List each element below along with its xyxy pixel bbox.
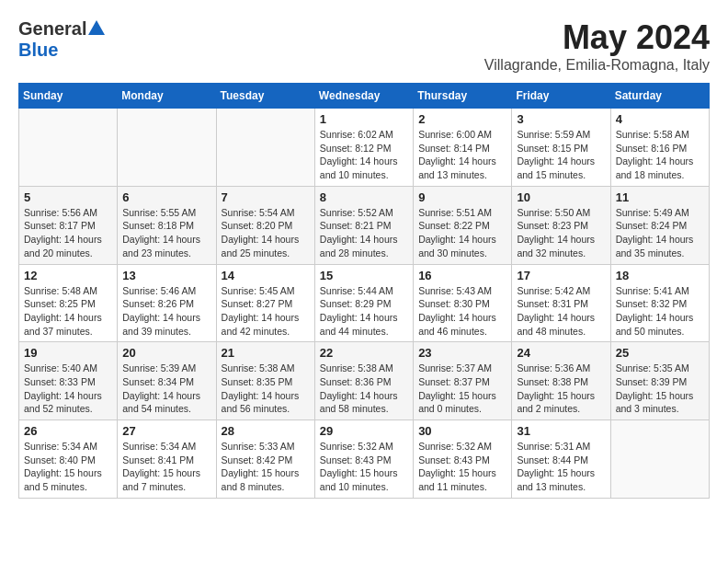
table-row: 13Sunrise: 5:46 AM Sunset: 8:26 PM Dayli… — [118, 264, 216, 342]
month-title: May 2024 — [484, 18, 710, 57]
day-number: 3 — [517, 112, 605, 126]
calendar-header: Sunday Monday Tuesday Wednesday Thursday… — [19, 84, 710, 109]
table-row: 22Sunrise: 5:38 AM Sunset: 8:36 PM Dayli… — [314, 342, 413, 420]
table-row: 30Sunrise: 5:32 AM Sunset: 8:43 PM Dayli… — [414, 420, 512, 499]
table-row: 6Sunrise: 5:55 AM Sunset: 8:18 PM Daylig… — [118, 186, 216, 264]
table-row: 3Sunrise: 5:59 AM Sunset: 8:15 PM Daylig… — [512, 109, 610, 187]
day-number: 28 — [222, 424, 310, 438]
day-number: 30 — [418, 424, 506, 438]
day-number: 21 — [222, 346, 310, 360]
day-number: 6 — [122, 190, 210, 204]
table-row: 5Sunrise: 5:56 AM Sunset: 8:17 PM Daylig… — [19, 186, 118, 264]
day-info: Sunrise: 5:34 AM Sunset: 8:41 PM Dayligh… — [122, 440, 210, 494]
day-number: 9 — [418, 190, 506, 204]
day-info: Sunrise: 5:44 AM Sunset: 8:29 PM Dayligh… — [320, 284, 408, 339]
table-row: 27Sunrise: 5:34 AM Sunset: 8:41 PM Dayli… — [118, 420, 216, 499]
location-title: Villagrande, Emilia-Romagna, Italy — [484, 57, 710, 74]
table-row: 8Sunrise: 5:52 AM Sunset: 8:21 PM Daylig… — [314, 186, 413, 264]
day-info: Sunrise: 5:43 AM Sunset: 8:30 PM Dayligh… — [418, 284, 506, 339]
header-sunday: Sunday — [19, 84, 118, 109]
day-number: 5 — [24, 190, 112, 204]
day-number: 19 — [24, 346, 112, 360]
header-saturday: Saturday — [610, 84, 709, 109]
day-info: Sunrise: 5:31 AM Sunset: 8:44 PM Dayligh… — [517, 440, 605, 494]
table-row: 29Sunrise: 5:32 AM Sunset: 8:43 PM Dayli… — [314, 420, 413, 499]
day-number: 26 — [24, 424, 112, 438]
day-number: 12 — [24, 269, 112, 282]
table-row: 1Sunrise: 6:02 AM Sunset: 8:12 PM Daylig… — [314, 109, 413, 187]
table-row: 15Sunrise: 5:44 AM Sunset: 8:29 PM Dayli… — [314, 264, 413, 342]
day-number: 27 — [122, 424, 210, 438]
day-info: Sunrise: 5:50 AM Sunset: 8:23 PM Dayligh… — [517, 206, 605, 260]
day-info: Sunrise: 5:37 AM Sunset: 8:37 PM Dayligh… — [418, 362, 506, 416]
day-info: Sunrise: 5:34 AM Sunset: 8:40 PM Dayligh… — [24, 440, 112, 494]
svg-marker-0 — [88, 20, 105, 35]
day-info: Sunrise: 5:32 AM Sunset: 8:43 PM Dayligh… — [320, 440, 408, 494]
day-info: Sunrise: 5:35 AM Sunset: 8:39 PM Dayligh… — [616, 362, 704, 416]
day-number: 25 — [616, 346, 704, 360]
day-info: Sunrise: 5:55 AM Sunset: 8:18 PM Dayligh… — [122, 206, 210, 260]
page-header: General Blue May 2024 Villagrande, Emili… — [18, 18, 710, 74]
header-monday: Monday — [118, 84, 216, 109]
day-number: 20 — [122, 346, 210, 360]
day-info: Sunrise: 6:02 AM Sunset: 8:12 PM Dayligh… — [320, 128, 408, 182]
logo: General Blue — [18, 18, 105, 61]
calendar-table: Sunday Monday Tuesday Wednesday Thursday… — [18, 83, 710, 499]
table-row: 11Sunrise: 5:49 AM Sunset: 8:24 PM Dayli… — [610, 186, 709, 264]
table-row: 26Sunrise: 5:34 AM Sunset: 8:40 PM Dayli… — [19, 420, 118, 499]
day-info: Sunrise: 5:45 AM Sunset: 8:27 PM Dayligh… — [222, 284, 310, 339]
logo-arrow-icon — [88, 20, 105, 39]
day-number: 15 — [320, 269, 408, 282]
day-info: Sunrise: 5:59 AM Sunset: 8:15 PM Dayligh… — [517, 128, 605, 182]
table-row: 9Sunrise: 5:51 AM Sunset: 8:22 PM Daylig… — [414, 186, 512, 264]
table-row: 4Sunrise: 5:58 AM Sunset: 8:16 PM Daylig… — [610, 109, 709, 187]
day-number: 31 — [517, 424, 605, 438]
day-number: 10 — [517, 190, 605, 204]
table-row — [610, 420, 709, 499]
day-number: 13 — [122, 269, 210, 282]
table-row: 28Sunrise: 5:33 AM Sunset: 8:42 PM Dayli… — [216, 420, 314, 499]
table-row — [118, 109, 216, 187]
day-info: Sunrise: 5:39 AM Sunset: 8:34 PM Dayligh… — [122, 362, 210, 416]
day-number: 23 — [418, 346, 506, 360]
header-wednesday: Wednesday — [314, 84, 413, 109]
header-tuesday: Tuesday — [216, 84, 314, 109]
day-info: Sunrise: 5:51 AM Sunset: 8:22 PM Dayligh… — [418, 206, 506, 260]
table-row: 2Sunrise: 6:00 AM Sunset: 8:14 PM Daylig… — [414, 109, 512, 187]
table-row: 25Sunrise: 5:35 AM Sunset: 8:39 PM Dayli… — [610, 342, 709, 420]
day-number: 18 — [616, 269, 704, 282]
table-row: 21Sunrise: 5:38 AM Sunset: 8:35 PM Dayli… — [216, 342, 314, 420]
table-row: 19Sunrise: 5:40 AM Sunset: 8:33 PM Dayli… — [19, 342, 118, 420]
day-info: Sunrise: 5:58 AM Sunset: 8:16 PM Dayligh… — [616, 128, 704, 182]
day-info: Sunrise: 5:38 AM Sunset: 8:35 PM Dayligh… — [222, 362, 310, 416]
header-friday: Friday — [512, 84, 610, 109]
table-row: 31Sunrise: 5:31 AM Sunset: 8:44 PM Dayli… — [512, 420, 610, 499]
day-info: Sunrise: 5:32 AM Sunset: 8:43 PM Dayligh… — [418, 440, 506, 494]
day-info: Sunrise: 5:38 AM Sunset: 8:36 PM Dayligh… — [320, 362, 408, 416]
logo-blue-text: Blue — [18, 40, 58, 60]
table-row — [216, 109, 314, 187]
day-info: Sunrise: 5:49 AM Sunset: 8:24 PM Dayligh… — [616, 206, 704, 260]
day-info: Sunrise: 5:36 AM Sunset: 8:38 PM Dayligh… — [517, 362, 605, 416]
calendar-body: 1Sunrise: 6:02 AM Sunset: 8:12 PM Daylig… — [19, 109, 710, 499]
day-info: Sunrise: 5:52 AM Sunset: 8:21 PM Dayligh… — [320, 206, 408, 260]
day-number: 29 — [320, 424, 408, 438]
table-row: 20Sunrise: 5:39 AM Sunset: 8:34 PM Dayli… — [118, 342, 216, 420]
table-row: 12Sunrise: 5:48 AM Sunset: 8:25 PM Dayli… — [19, 264, 118, 342]
table-row: 10Sunrise: 5:50 AM Sunset: 8:23 PM Dayli… — [512, 186, 610, 264]
day-number: 14 — [222, 269, 310, 282]
day-number: 1 — [320, 112, 408, 126]
title-block: May 2024 Villagrande, Emilia-Romagna, It… — [484, 18, 710, 74]
table-row: 16Sunrise: 5:43 AM Sunset: 8:30 PM Dayli… — [414, 264, 512, 342]
day-info: Sunrise: 5:46 AM Sunset: 8:26 PM Dayligh… — [122, 284, 210, 339]
day-info: Sunrise: 5:40 AM Sunset: 8:33 PM Dayligh… — [24, 362, 112, 416]
day-number: 8 — [320, 190, 408, 204]
day-info: Sunrise: 5:54 AM Sunset: 8:20 PM Dayligh… — [222, 206, 310, 260]
table-row — [19, 109, 118, 187]
day-info: Sunrise: 5:41 AM Sunset: 8:32 PM Dayligh… — [616, 284, 704, 339]
table-row: 14Sunrise: 5:45 AM Sunset: 8:27 PM Dayli… — [216, 264, 314, 342]
day-number: 24 — [517, 346, 605, 360]
table-row: 7Sunrise: 5:54 AM Sunset: 8:20 PM Daylig… — [216, 186, 314, 264]
table-row: 18Sunrise: 5:41 AM Sunset: 8:32 PM Dayli… — [610, 264, 709, 342]
day-number: 17 — [517, 269, 605, 282]
